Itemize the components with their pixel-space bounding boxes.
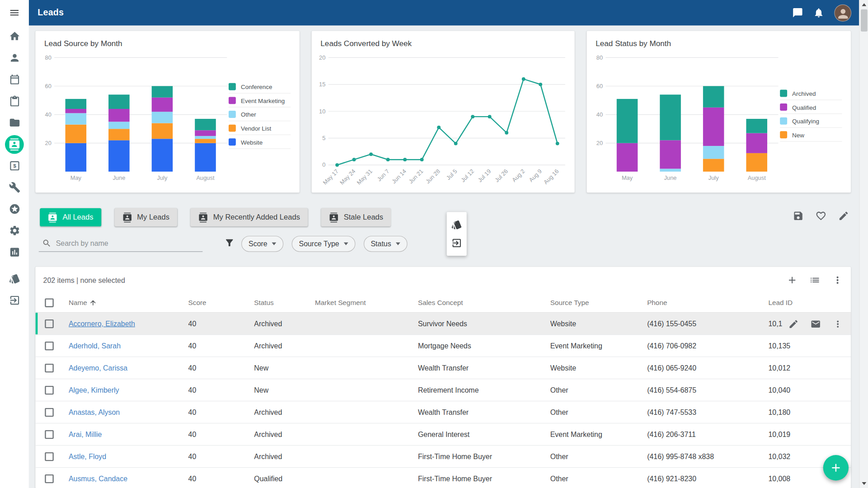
table-body: Accornero, Elizabeth40ArchivedSurvivor N… [35,313,851,488]
lead-name-link[interactable]: Astle, Floyd [69,452,106,460]
row-checkbox[interactable] [45,408,54,417]
sidebar-item-home[interactable] [0,25,29,47]
more-vert-icon[interactable] [833,319,843,329]
table-row[interactable]: Arai, Millie40ArchivedGeneral InterestEv… [35,423,851,446]
sidebar-item-favorites[interactable] [0,198,29,220]
edit-view-button[interactable] [838,211,849,222]
column-header-sales-concept[interactable]: Sales Concept [418,299,550,307]
lead-name-link[interactable]: Anastas, Alyson [69,408,120,416]
sidebar-item-settings[interactable] [0,220,29,241]
lead-name-link[interactable]: Accornero, Elizabeth [69,319,135,328]
view-button-my-leads[interactable]: My Leads [114,208,177,226]
column-header-source-type[interactable]: Source Type [550,299,647,307]
main-area: Lead Source by Month 20406080MayJuneJuly… [29,25,859,488]
lead-name-link[interactable]: Adeyemo, Carissa [69,364,127,372]
row-checkbox[interactable] [45,452,54,461]
row-checkbox[interactable] [45,385,54,394]
exit-icon[interactable] [451,238,462,249]
sidebar-item-exit[interactable] [0,290,29,311]
table-row[interactable]: Algee, Kimberly40NewRetirement IncomeOth… [35,379,851,401]
view-button-stale-leads[interactable]: Stale Leads [321,208,391,226]
exit-icon [9,295,20,306]
table-row[interactable]: Adeyemo, Carissa40NewWealth TransferWebs… [35,357,851,379]
chat-icon[interactable] [792,7,803,19]
search-input[interactable] [56,239,189,247]
filter-chip-score[interactable]: Score [241,236,283,252]
svg-text:15: 15 [319,81,325,88]
filter-funnel-button[interactable] [224,238,235,248]
column-header-score[interactable]: Score [188,299,254,307]
lead-name-link[interactable]: Ausmus, Candace [69,474,127,483]
cell-source-type: Other [550,474,568,483]
floating-mini-toolbar [447,212,467,256]
sidebar-item-calendar[interactable] [0,69,29,90]
sidebar-item-leads[interactable] [0,133,29,155]
notifications-icon[interactable] [813,7,825,19]
leads-icon [198,212,208,222]
leads-icon [329,212,339,222]
sidebar-item-tools[interactable] [0,177,29,198]
menu-button[interactable] [0,0,29,25]
cell-status: Archived [254,408,282,416]
column-header-phone[interactable]: Phone [647,299,768,307]
svg-text:$: $ [13,163,16,169]
table-row[interactable]: Accornero, Elizabeth40ArchivedSurvivor N… [35,313,851,335]
legend-item: New [780,128,842,142]
svg-text:20: 20 [319,54,325,61]
add-fab-button[interactable] [823,455,849,480]
sidebar-item-reports[interactable] [0,241,29,263]
cell-lead-id: 10,008 [768,474,790,483]
favorite-view-button[interactable] [816,211,827,222]
view-button-my-recently-added-leads[interactable]: My Recently Added Leads [191,208,308,226]
scrollbar-thumb[interactable] [861,9,868,32]
select-all-checkbox[interactable] [45,298,54,307]
add-lead-button[interactable] [787,275,798,286]
svg-text:60: 60 [45,83,52,89]
email-icon[interactable] [811,319,821,329]
scroll-down-button[interactable] [860,479,868,488]
column-header-status[interactable]: Status [254,299,315,307]
tags-icon[interactable] [451,219,462,230]
sidebar-item-contacts[interactable] [0,47,29,69]
cell-sales-concept: Wealth Transfer [418,408,469,416]
view-buttons: All LeadsMy LeadsMy Recently Added Leads… [40,208,391,226]
svg-text:Aug 9: Aug 9 [528,168,543,183]
lead-name-link[interactable]: Algee, Kimberly [69,386,119,394]
row-checkbox[interactable] [45,341,54,350]
sidebar-item-billing[interactable]: $ [0,155,29,177]
chart-icon [9,246,20,258]
edit-icon[interactable] [788,319,799,329]
table-row[interactable]: Ausmus, Candace40QualifiedFirst-Time Hom… [35,468,851,488]
sidebar-item-tasks[interactable] [0,90,29,112]
sidebar-item-tags[interactable] [0,268,29,290]
lead-name-link[interactable]: Arai, Millie [69,430,102,438]
row-checkbox[interactable] [45,430,54,439]
column-header-name[interactable]: Name [69,299,188,307]
table-row[interactable]: Aderhold, Sarah40ArchivedMortgage NeedsE… [35,335,851,357]
row-checkbox[interactable] [45,319,54,328]
scroll-up-button[interactable] [860,0,868,9]
legend-item: Archived [780,86,842,100]
list-view-button[interactable] [809,275,821,286]
lead-name-link[interactable]: Aderhold, Sarah [69,342,121,350]
table-row[interactable]: Astle, Floyd40ArchivedFirst-Time Home Bu… [35,446,851,468]
legend-swatch [780,103,787,111]
filter-chips: ScoreSource TypeStatus [241,236,407,252]
save-view-button[interactable] [793,211,804,222]
cell-sales-concept: General Interest [418,430,469,438]
sidebar-item-documents[interactable] [0,112,29,133]
row-checkbox[interactable] [45,363,54,372]
cell-lead-id: 10,012 [768,364,790,372]
filter-chip-status[interactable]: Status [364,236,408,252]
filter-chip-source-type[interactable]: Source Type [292,236,356,252]
view-button-all-leads[interactable]: All Leads [40,208,101,226]
svg-text:80: 80 [45,54,52,61]
row-checkbox[interactable] [45,474,54,483]
column-header-market-segment[interactable]: Market Segment [315,299,418,307]
column-header-lead-id[interactable]: Lead ID [768,299,851,307]
cell-lead-id: 10,032 [768,452,790,460]
leads-icon [122,212,132,222]
avatar[interactable] [834,4,851,21]
table-row[interactable]: Anastas, Alyson40ArchivedWealth Transfer… [35,401,851,423]
table-more-button[interactable] [832,275,843,286]
